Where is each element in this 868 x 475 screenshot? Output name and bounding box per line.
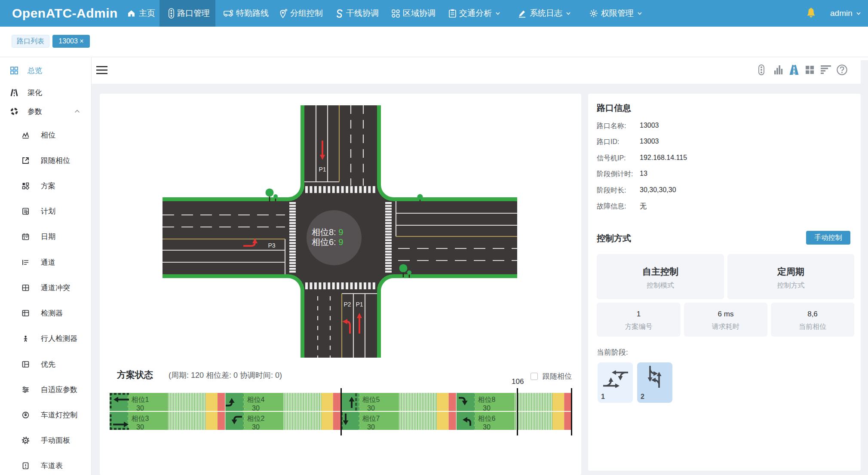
svg-text:相位3: 相位3 — [132, 415, 149, 422]
svg-text:相位2: 相位2 — [247, 415, 265, 422]
svg-text:P1: P1 — [356, 301, 363, 308]
svg-text:30: 30 — [483, 423, 491, 430]
svg-text:相位6: 相位6 — [478, 415, 496, 422]
svg-text:相位6: 9: 相位6: 9 — [312, 237, 343, 247]
svg-text:相位7: 相位7 — [362, 415, 380, 422]
svg-text:30: 30 — [252, 405, 260, 412]
svg-text:相位4: 相位4 — [247, 396, 265, 403]
svg-text:相位5: 相位5 — [362, 396, 380, 403]
svg-text:30: 30 — [136, 405, 144, 412]
svg-text:30: 30 — [367, 405, 375, 412]
svg-text:30: 30 — [136, 423, 144, 430]
svg-text:30: 30 — [367, 423, 375, 430]
svg-text:相位8: 相位8 — [478, 396, 496, 403]
svg-text:P2: P2 — [344, 301, 351, 308]
svg-text:30: 30 — [483, 405, 491, 412]
svg-text:P3: P3 — [268, 242, 275, 249]
svg-text:相位1: 相位1 — [132, 396, 149, 403]
svg-text:30: 30 — [252, 423, 260, 430]
svg-text:相位8: 9: 相位8: 9 — [312, 227, 343, 237]
svg-text:P1: P1 — [319, 166, 326, 173]
